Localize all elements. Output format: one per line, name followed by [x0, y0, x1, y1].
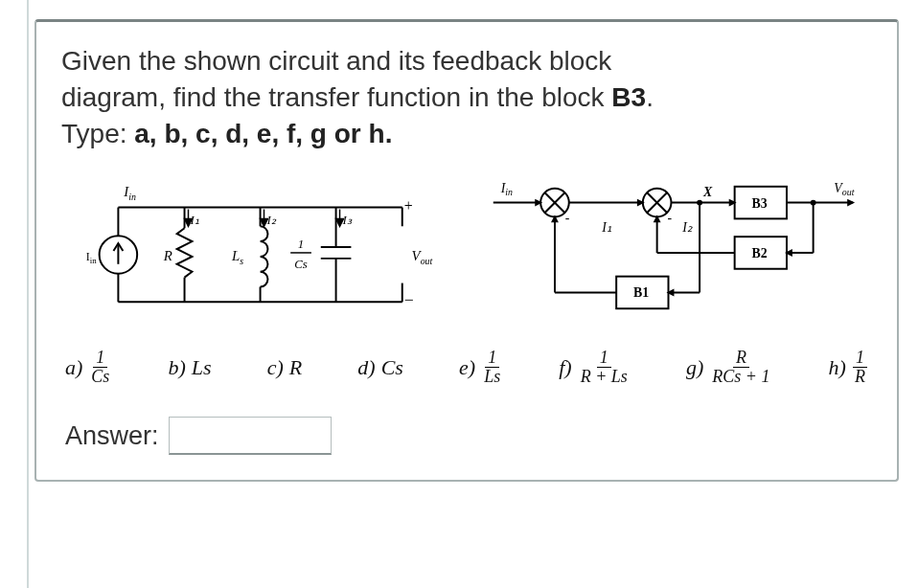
- option-f-num: 1: [597, 349, 611, 368]
- question-line3a: Type:: [61, 119, 134, 148]
- option-c-value: R: [289, 355, 302, 380]
- circuit-diagram: Iin Iin R I₁ Ls I₂ I₃ 1 Cs + − Vout: [71, 169, 449, 329]
- svg-marker-47: [847, 199, 855, 207]
- block-vout-label: Vout: [834, 181, 854, 197]
- svg-point-54: [697, 200, 702, 206]
- answer-row: Answer:: [65, 417, 872, 455]
- question-line2c: .: [646, 82, 654, 112]
- svg-text:-: -: [668, 212, 673, 226]
- svg-point-55: [811, 200, 816, 206]
- circuit-cs-num: 1: [298, 237, 304, 251]
- option-d: d) Cs: [357, 355, 403, 380]
- option-g-den: RCs + 1: [709, 368, 772, 386]
- option-a: a) 1Cs: [65, 349, 112, 386]
- question-card: Given the shown circuit and its feedback…: [34, 19, 899, 482]
- option-g-num: R: [733, 349, 749, 368]
- block-diagram: - - Iin I₁ I₂ X B3 B2 B1 Vout: [474, 169, 872, 329]
- option-g: g) RRCs + 1: [686, 349, 772, 386]
- option-f: f) 1R + Ls: [559, 349, 631, 386]
- svg-text:-: -: [565, 212, 570, 226]
- option-f-den: R + Ls: [578, 368, 631, 386]
- page: Given the shown circuit and its feedback…: [0, 0, 918, 588]
- circuit-iin-label: Iin: [123, 184, 136, 202]
- option-d-value: Cs: [381, 355, 403, 380]
- option-g-label: g): [686, 355, 703, 380]
- page-guideline: [27, 0, 29, 588]
- question-b3: B3: [611, 82, 646, 112]
- options-row: a) 1Cs b) Ls c) R d) Cs e) 1Ls f) 1R + L…: [65, 349, 868, 386]
- block-b2-label: B2: [752, 246, 768, 260]
- answer-label: Answer:: [65, 421, 159, 451]
- option-h-label: h): [829, 355, 846, 380]
- option-b-value: Ls: [192, 355, 212, 380]
- option-b: b) Ls: [168, 355, 211, 380]
- block-i1-label: I₁: [601, 221, 612, 236]
- question-line2a: diagram, find the transfer function in t…: [61, 82, 611, 112]
- option-f-label: f): [559, 355, 571, 380]
- circuit-cs-den: Cs: [294, 258, 308, 271]
- question-line1: Given the shown circuit and its feedback…: [61, 46, 611, 76]
- option-e-num: 1: [485, 349, 499, 368]
- block-i2-label: I₂: [681, 221, 693, 236]
- option-a-num: 1: [93, 349, 107, 368]
- option-c-label: c): [267, 355, 284, 380]
- circuit-r-label: R: [163, 248, 172, 263]
- option-h: h) 1R: [829, 349, 868, 386]
- circuit-ls-label: Ls: [231, 248, 243, 266]
- option-d-label: d): [357, 355, 375, 380]
- question-line3b: a, b, c, d, e, f, g or h.: [134, 119, 392, 148]
- option-a-den: Cs: [88, 368, 112, 386]
- option-a-label: a): [65, 355, 82, 380]
- diagram-row: Iin Iin R I₁ Ls I₂ I₃ 1 Cs + − Vout: [71, 169, 872, 329]
- option-b-label: b): [168, 355, 185, 380]
- block-iin-label: Iin: [500, 181, 513, 197]
- block-x-label: X: [702, 185, 713, 199]
- option-h-den: R: [852, 368, 868, 386]
- option-h-num: 1: [853, 349, 867, 368]
- block-b3-label: B3: [752, 196, 768, 211]
- option-e: e) 1Ls: [459, 349, 503, 386]
- option-c: c) R: [267, 355, 303, 380]
- circuit-iin-label-2: Iin: [86, 250, 97, 265]
- question-text: Given the shown circuit and its feedback…: [61, 43, 872, 151]
- circuit-plus: +: [404, 198, 413, 215]
- block-b1-label: B1: [633, 286, 649, 301]
- circuit-vout-label: Vout: [412, 248, 433, 266]
- option-e-den: Ls: [481, 368, 503, 386]
- circuit-minus: −: [404, 291, 414, 310]
- answer-input[interactable]: [169, 417, 332, 455]
- option-e-label: e): [459, 355, 475, 380]
